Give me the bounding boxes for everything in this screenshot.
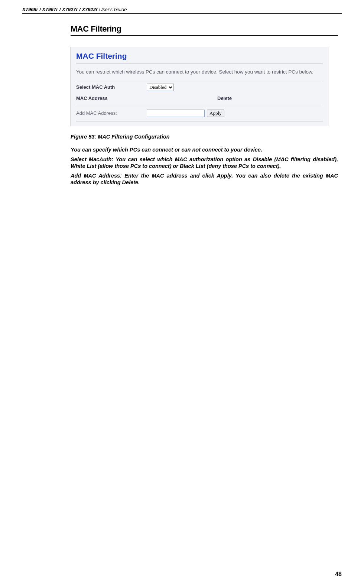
paragraph-1: You can specify which PCs can connect or… xyxy=(71,146,338,153)
paragraph-2: Select MacAuth: You can select which MAC… xyxy=(71,156,338,169)
divider xyxy=(76,121,323,121)
add-mac-label: Add MAC Address: xyxy=(76,110,147,116)
panel-title: MAC Filtering xyxy=(76,50,323,63)
panel-description: You can restrict which wireless PCs can … xyxy=(76,64,323,81)
mac-address-header-row: MAC Address Delete xyxy=(76,93,323,105)
header-models: X7968r / X7967r / X7927r / X7922r xyxy=(22,7,98,12)
header-guide: User's Guide xyxy=(98,7,127,12)
figure-caption: Figure 53: MAC Filtering Configuration xyxy=(71,134,338,140)
config-screenshot: MAC Filtering You can restrict which wir… xyxy=(71,47,328,126)
mac-address-label: MAC Address xyxy=(76,95,217,101)
page-number: 48 xyxy=(335,571,342,578)
select-mac-auth-row: Select MAC Auth Disabled xyxy=(76,81,323,93)
select-mac-auth-label: Select MAC Auth xyxy=(76,84,147,90)
section-title: MAC Filtering xyxy=(71,24,338,36)
apply-button[interactable]: Apply xyxy=(207,110,224,117)
mac-auth-select[interactable]: Disabled xyxy=(147,84,174,91)
add-mac-input[interactable] xyxy=(147,110,205,117)
paragraph-3: Add MAC Address: Enter the MAC address a… xyxy=(71,172,338,186)
add-mac-row: Add MAC Address: Apply xyxy=(76,105,323,121)
page-header: X7968r / X7967r / X7927r / X7922r User's… xyxy=(22,0,342,14)
delete-column-label: Delete xyxy=(217,95,232,101)
